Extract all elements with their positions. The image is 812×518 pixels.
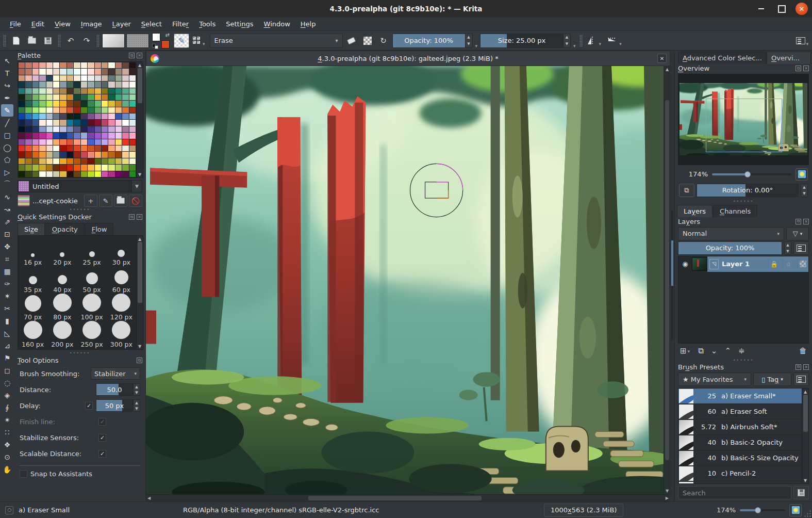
palette-swatch[interactable]: [108, 88, 114, 94]
palette-swatch[interactable]: [67, 101, 73, 106]
palette-swatch[interactable]: [25, 114, 31, 119]
palette-swatch[interactable]: [39, 107, 45, 113]
palette-swatch[interactable]: [115, 139, 122, 145]
multibrush-tool[interactable]: ⇗: [1, 216, 13, 228]
palette-swatch[interactable]: [60, 120, 66, 125]
palette-swatch[interactable]: [25, 165, 31, 170]
palette-swatch[interactable]: [81, 139, 87, 145]
palette-folder-button[interactable]: [114, 195, 127, 207]
reference-images-tool[interactable]: ⚑: [1, 352, 13, 364]
palette-swatch[interactable]: [74, 145, 80, 151]
palette-swatch[interactable]: [39, 158, 45, 164]
palette-swatch[interactable]: [46, 62, 53, 68]
chevron-down-icon[interactable]: ▾: [572, 43, 577, 48]
palette-swatch[interactable]: [108, 133, 114, 138]
brush-size-option[interactable]: 70 px: [18, 294, 47, 321]
tab-layers[interactable]: Layers: [677, 205, 712, 217]
float-docker-icon[interactable]: ⧉: [796, 66, 801, 71]
palette-swatch[interactable]: [46, 120, 53, 125]
docker-splitter[interactable]: ••••••: [675, 199, 812, 204]
palette-swatch[interactable]: [108, 171, 114, 177]
background-color-swatch[interactable]: [161, 40, 170, 48]
palette-swatch[interactable]: [67, 133, 73, 138]
palette-swatch[interactable]: [53, 69, 59, 74]
palette-swatch[interactable]: [81, 158, 87, 164]
scalable-distance-checkbox[interactable]: ✓: [98, 450, 106, 458]
palette-swatch[interactable]: [95, 152, 101, 157]
palette-swatch[interactable]: [122, 88, 128, 94]
palette-swatch[interactable]: [88, 126, 94, 132]
layer-opacity-spinner[interactable]: ▲▼: [784, 241, 791, 255]
palette-swatch[interactable]: [81, 69, 87, 74]
palette-swatch[interactable]: [88, 139, 94, 145]
statusbar-dimensions[interactable]: 1000 x 563 (2.3 MiB): [544, 504, 623, 517]
move-tool[interactable]: ✥: [1, 240, 13, 253]
brush-size-option[interactable]: 40 px: [47, 266, 77, 294]
palette-swatch[interactable]: [53, 171, 59, 177]
text-tool[interactable]: T: [1, 67, 13, 79]
palette-swatch[interactable]: [60, 107, 66, 113]
palette-swatch[interactable]: [102, 133, 108, 138]
palette-swatch[interactable]: [19, 145, 25, 151]
toolbar-grip[interactable]: [579, 35, 583, 47]
reload-preset-button[interactable]: ↻: [376, 34, 391, 48]
calligraphy-tool[interactable]: ✒: [1, 92, 13, 104]
palette-swatch[interactable]: [102, 82, 108, 87]
palette-swatch[interactable]: [67, 165, 73, 170]
canvas-horizontal-scrollbar[interactable]: ◀ ▶: [146, 494, 670, 501]
brush-size-option[interactable]: 60 px: [107, 266, 136, 294]
palette-swatch[interactable]: [74, 88, 80, 94]
palette-swatch[interactable]: [32, 145, 39, 151]
palette-swatch[interactable]: [129, 158, 136, 164]
palette-swatch[interactable]: [108, 145, 114, 151]
palette-swatch[interactable]: [81, 82, 87, 87]
close-docker-icon[interactable]: ✕: [137, 53, 142, 58]
palette-swatch[interactable]: [122, 133, 128, 138]
palette-swatch[interactable]: [129, 120, 136, 125]
palette-swatch[interactable]: [46, 69, 53, 74]
palette-swatch[interactable]: [81, 75, 87, 81]
palette-swatch[interactable]: [46, 171, 53, 177]
brush-size-option[interactable]: [18, 348, 47, 350]
layer-style-chip-icon[interactable]: ◹: [709, 259, 719, 269]
color-sampler-tool[interactable]: ✑: [1, 278, 13, 290]
palette-swatch[interactable]: [81, 120, 87, 125]
palette-swatch[interactable]: [95, 120, 101, 125]
palette-swatch[interactable]: [67, 145, 73, 151]
palette-swatch[interactable]: [19, 101, 25, 106]
brush-smoothing-combo[interactable]: Stabilizer ▾: [91, 367, 140, 380]
palette-swatch[interactable]: [74, 126, 80, 132]
palette-swatch[interactable]: [95, 126, 101, 132]
palette-swatch[interactable]: [39, 82, 45, 87]
gradient-tool[interactable]: ▦: [1, 265, 13, 278]
palette-swatch[interactable]: [67, 126, 73, 132]
close-button[interactable]: [796, 3, 808, 15]
palette-swatch[interactable]: [95, 145, 101, 151]
palette-swatch[interactable]: [108, 139, 114, 145]
freehand-brush-tool[interactable]: ✎: [1, 104, 13, 117]
palette-swatch[interactable]: [32, 158, 39, 164]
palette-swatch[interactable]: [46, 126, 53, 132]
pattern-chooser-button[interactable]: [126, 34, 149, 48]
palette-swatch[interactable]: [25, 75, 31, 81]
move-layer-up-button[interactable]: ⌃: [724, 346, 731, 355]
palette-swatch[interactable]: [115, 126, 122, 132]
palette-swatch[interactable]: [32, 62, 39, 68]
brush-size-option[interactable]: 16 px: [18, 239, 47, 266]
add-layer-button[interactable]: ⊞▾: [680, 346, 691, 355]
palette-swatch[interactable]: [108, 62, 114, 68]
palette-swatch[interactable]: [108, 69, 114, 74]
palette-swatch[interactable]: [67, 171, 73, 177]
float-docker-icon[interactable]: ⧉: [137, 358, 142, 363]
brush-size-option[interactable]: [77, 348, 107, 350]
layer-inherit-alpha-icon[interactable]: [797, 258, 808, 270]
palette-swatch[interactable]: [53, 88, 59, 94]
palette-swatch[interactable]: [115, 120, 122, 125]
delay-slider[interactable]: 50 px: [96, 399, 133, 412]
palette-swatch[interactable]: [46, 158, 53, 164]
palette-swatch[interactable]: [60, 88, 66, 94]
palette-swatch[interactable]: [88, 94, 94, 100]
layer-filter-button[interactable]: ▽▾: [786, 227, 809, 240]
palette-swatch[interactable]: [19, 88, 25, 94]
palette-swatch[interactable]: [115, 165, 122, 170]
